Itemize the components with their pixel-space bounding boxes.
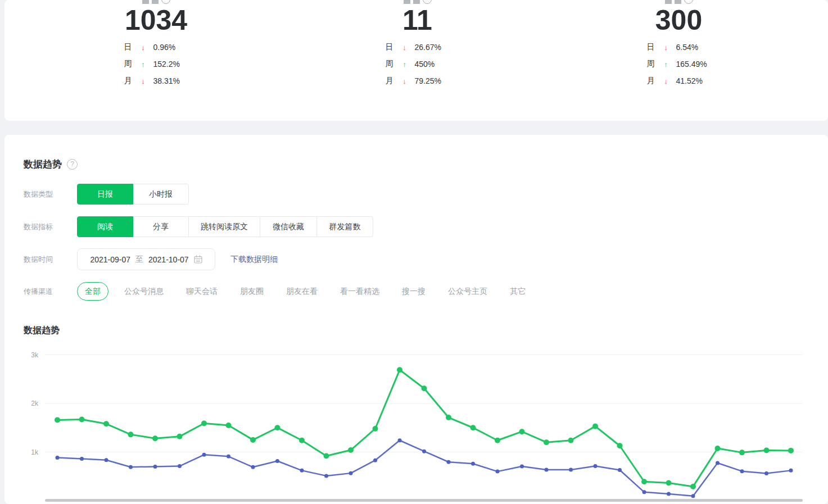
data-point-blue[interactable]	[764, 471, 768, 475]
data-point-green[interactable]	[348, 447, 354, 453]
data-point-green[interactable]	[373, 426, 378, 432]
data-point-green[interactable]	[592, 424, 598, 429]
data-point-green[interactable]	[446, 415, 451, 420]
data-point-blue[interactable]	[56, 456, 60, 460]
channel-search[interactable]: 搜一搜	[402, 287, 426, 297]
data-point-green[interactable]	[495, 438, 500, 443]
data-point-blue[interactable]	[373, 458, 377, 462]
data-point-blue[interactable]	[667, 492, 671, 496]
data-point-blue[interactable]	[594, 464, 598, 468]
data-point-green[interactable]	[715, 446, 721, 451]
stat-value: 1034	[25, 6, 287, 34]
data-point-blue[interactable]	[789, 469, 793, 473]
data-point-blue[interactable]	[129, 465, 133, 469]
data-point-green[interactable]	[250, 437, 256, 443]
percent-value: 165.49%	[676, 60, 711, 69]
chart-scrollbar[interactable]	[45, 499, 803, 502]
data-point-blue[interactable]	[153, 465, 157, 469]
data-point-green[interactable]	[299, 438, 305, 443]
data-point-blue[interactable]	[324, 474, 328, 478]
data-point-green[interactable]	[324, 453, 329, 458]
data-point-green[interactable]	[103, 421, 109, 426]
channel-other[interactable]: 其它	[510, 287, 526, 297]
data-point-blue[interactable]	[178, 464, 182, 468]
filter-row-channel: 传播渠道 全部 公众号消息 聊天会话 朋友圈 朋友在看 看一看精选 搜一搜 公众…	[24, 282, 526, 301]
data-point-blue[interactable]	[569, 468, 573, 472]
data-point-blue[interactable]	[716, 461, 720, 465]
data-point-green[interactable]	[275, 425, 280, 430]
help-icon[interactable]: ?	[67, 159, 78, 170]
data-point-green[interactable]	[739, 449, 745, 455]
data-point-green[interactable]	[690, 484, 696, 489]
info-icon	[423, 0, 432, 4]
data-point-green[interactable]	[617, 443, 623, 448]
data-point-blue[interactable]	[398, 438, 402, 442]
tab-jump-original-article[interactable]: 跳转阅读原文	[188, 216, 260, 237]
data-point-green[interactable]	[128, 432, 134, 437]
data-point-green[interactable]	[177, 434, 183, 439]
channel-list: 全部 公众号消息 聊天会话 朋友圈 朋友在看 看一看精选 搜一搜 公众号主页 其…	[77, 282, 526, 301]
channel-moments[interactable]: 朋友圈	[240, 287, 264, 297]
data-point-blue[interactable]	[447, 460, 451, 464]
data-point-green[interactable]	[422, 385, 427, 391]
channel-top-stories[interactable]: 看一看精选	[340, 287, 379, 297]
data-point-blue[interactable]	[80, 457, 84, 461]
data-point-green[interactable]	[226, 423, 232, 428]
data-point-green[interactable]	[641, 479, 647, 484]
tab-wechat-favorite[interactable]: 微信收藏	[260, 216, 317, 237]
data-point-green[interactable]	[788, 448, 794, 453]
data-point-blue[interactable]	[251, 465, 255, 469]
trend-chart[interactable]: 1k2k3k	[4, 343, 828, 504]
data-point-blue[interactable]	[520, 465, 524, 469]
data-point-blue[interactable]	[691, 494, 695, 498]
clipped-glyph	[675, 0, 681, 4]
data-point-green[interactable]	[55, 417, 60, 423]
data-point-blue[interactable]	[740, 469, 744, 473]
tab-daily-report[interactable]: 日报	[77, 184, 133, 205]
channel-official-account-message[interactable]: 公众号消息	[124, 287, 164, 297]
data-point-blue[interactable]	[349, 471, 353, 475]
data-point-blue[interactable]	[471, 462, 475, 466]
tab-hourly-report[interactable]: 小时报	[133, 184, 189, 205]
stat-row-day: 日 ↓ 26.67%	[287, 39, 548, 56]
stats-row: 1034 日 ↓ 0.96% 周 ↑ 152.2% 月 ↓	[4, 0, 828, 89]
channel-chat-session[interactable]: 聊天会话	[186, 287, 218, 297]
data-point-green[interactable]	[568, 438, 574, 443]
data-point-green[interactable]	[152, 435, 158, 441]
percent-value: 152.2%	[153, 60, 188, 69]
data-point-green[interactable]	[544, 439, 549, 445]
data-point-blue[interactable]	[275, 459, 279, 463]
date-separator: 至	[135, 255, 143, 265]
download-data-link[interactable]: 下载数据明细	[230, 255, 278, 265]
trend-chart-svg[interactable]: 1k2k3k	[4, 343, 828, 504]
y-axis-tick-label: 3k	[31, 351, 39, 359]
data-point-blue[interactable]	[202, 453, 206, 457]
stat-rows: 日 ↓ 26.67% 周 ↑ 450% 月 ↓ 79.25%	[287, 39, 548, 89]
data-point-green[interactable]	[79, 417, 85, 423]
data-point-green[interactable]	[666, 480, 672, 485]
data-point-green[interactable]	[764, 447, 770, 453]
data-point-blue[interactable]	[496, 470, 500, 474]
data-point-blue[interactable]	[643, 490, 646, 494]
data-point-blue[interactable]	[545, 468, 549, 472]
clipped-glyph	[413, 0, 420, 4]
channel-account-homepage[interactable]: 公众号主页	[448, 287, 487, 297]
period-label: 月	[124, 76, 133, 86]
data-point-blue[interactable]	[105, 458, 108, 462]
data-point-green[interactable]	[519, 429, 525, 434]
channel-friends-reading[interactable]: 朋友在看	[286, 287, 318, 297]
data-point-green[interactable]	[397, 367, 402, 373]
date-range-picker[interactable]: 2021-09-07 至 2021-10-07	[77, 248, 215, 270]
section-title: 数据趋势 ?	[24, 158, 78, 171]
data-point-blue[interactable]	[227, 455, 230, 458]
tab-mass-send-count[interactable]: 群发篇数	[316, 216, 373, 237]
stat-value: 11	[287, 6, 548, 34]
channel-all[interactable]: 全部	[77, 282, 108, 301]
data-point-green[interactable]	[201, 420, 207, 426]
data-point-green[interactable]	[470, 425, 476, 430]
data-point-blue[interactable]	[300, 469, 304, 473]
tab-share[interactable]: 分享	[133, 216, 189, 237]
data-point-blue[interactable]	[618, 468, 622, 472]
data-point-blue[interactable]	[422, 449, 426, 453]
tab-read[interactable]: 阅读	[77, 216, 133, 237]
